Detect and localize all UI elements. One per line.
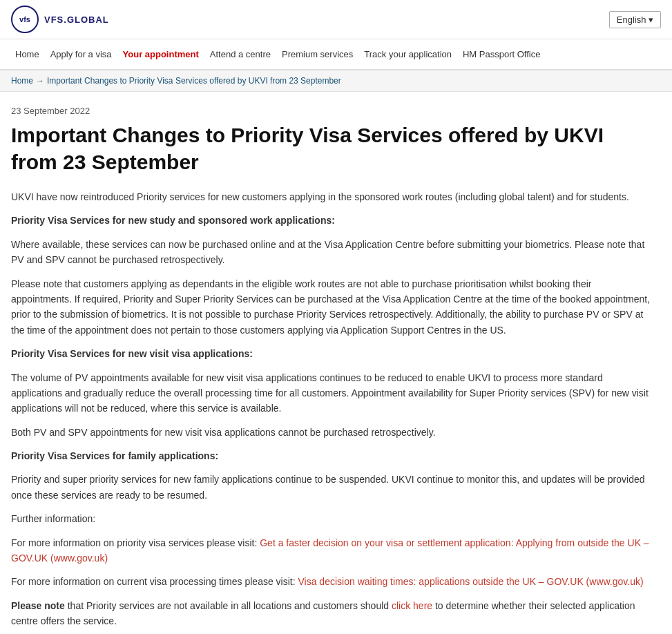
- breadcrumb-arrow: →: [36, 76, 44, 86]
- para-visit-1: The volume of PV appointments available …: [11, 370, 652, 416]
- article-date: 23 September 2022: [11, 106, 652, 116]
- main-nav: Home Apply for a visa Your appointment A…: [0, 39, 672, 70]
- heading-study: Priority Visa Services for new study and…: [11, 213, 652, 228]
- para-study-2: Please note that customers applying as d…: [11, 276, 652, 338]
- heading-family: Priority Visa Services for family applic…: [11, 448, 652, 463]
- language-button[interactable]: English ▾: [609, 11, 661, 28]
- breadcrumb-home[interactable]: Home: [11, 76, 33, 86]
- article-body: UKVI have now reintroduced Priority serv…: [11, 189, 652, 629]
- para-study-1: Where available, these services can now …: [11, 237, 652, 268]
- para-family: Priority and super priority services for…: [11, 472, 652, 503]
- nav-your-appointment[interactable]: Your appointment: [119, 46, 203, 62]
- logo-initials: vfs: [19, 15, 30, 23]
- vfs-logo-circle: vfs: [11, 6, 39, 33]
- nav-home[interactable]: Home: [11, 46, 44, 62]
- nav-apply-visa[interactable]: Apply for a visa: [46, 46, 116, 62]
- para-intro: UKVI have now reintroduced Priority serv…: [11, 189, 652, 204]
- nav-premium-services[interactable]: Premium services: [278, 46, 357, 62]
- link-faster-decision[interactable]: Get a faster decision on your visa or se…: [11, 537, 649, 564]
- breadcrumb-current[interactable]: Important Changes to Priority Visa Servi…: [47, 76, 341, 86]
- para-visit-2: Both PV and SPV appointments for new vis…: [11, 425, 652, 440]
- logo-text: VFS.GLOBAL: [44, 15, 109, 25]
- nav-passport-office[interactable]: HM Passport Office: [459, 46, 544, 62]
- para-link-2: For more information on current visa pro…: [11, 574, 652, 589]
- header: vfs VFS.GLOBAL English ▾: [0, 0, 672, 39]
- logo-area: vfs VFS.GLOBAL: [11, 6, 109, 33]
- nav-track-application[interactable]: Track your application: [360, 46, 456, 62]
- nav-attend-centre[interactable]: Attend a centre: [206, 46, 275, 62]
- heading-visit: Priority Visa Services for new visit vis…: [11, 346, 652, 361]
- link-waiting-times[interactable]: Visa decision waiting times: application…: [298, 576, 644, 587]
- para-link-1: For more information on priority visa se…: [11, 535, 652, 566]
- breadcrumb: Home → Important Changes to Priority Vis…: [0, 70, 672, 92]
- para-note: Please note that Priority services are n…: [11, 598, 652, 629]
- further-info-label: Further information:: [11, 511, 652, 526]
- main-content: 23 September 2022 Important Changes to P…: [0, 92, 663, 634]
- article-title: Important Changes to Priority Visa Servi…: [11, 122, 652, 175]
- link-click-here[interactable]: click here: [392, 600, 432, 611]
